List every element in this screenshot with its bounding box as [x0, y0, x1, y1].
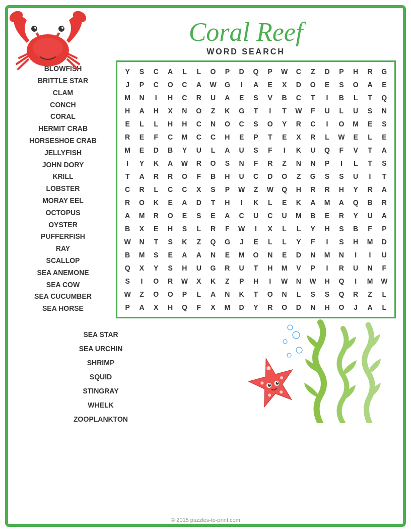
grid-cell: R [363, 183, 377, 196]
grid-cell: I [263, 104, 277, 117]
grid-cell: E [220, 248, 234, 261]
word-list-bottom: SEA STARSEA URCHINSHRIMPSQUIDSTINGRAYWHE… [15, 322, 156, 426]
grid-cell: H [249, 275, 263, 288]
grid-cell: A [377, 209, 391, 222]
word-list-item: JOHN DORY [42, 159, 84, 171]
grid-cell: A [134, 170, 149, 183]
grid-cell: P [306, 261, 320, 275]
grid-cell: M [363, 235, 377, 248]
grid-cell: L [192, 65, 206, 78]
grid-cell: E [120, 117, 134, 130]
svg-point-6 [31, 26, 37, 32]
grid-cell: O [249, 248, 263, 261]
grid-cell: O [192, 104, 206, 117]
grid-cell: H [120, 104, 134, 117]
grid-cell: X [134, 261, 149, 275]
grid-cell: E [163, 248, 177, 261]
grid-cell: D [292, 248, 306, 261]
grid-cell: O [349, 78, 363, 91]
grid-cell: H [163, 91, 177, 104]
grid-cell: I [263, 275, 277, 288]
word-list-item: SQUID [45, 370, 156, 384]
word-list-item: OYSTER [48, 219, 78, 231]
grid-cell: R [292, 117, 306, 130]
grid-cell: I [320, 235, 334, 248]
grid-cell: A [177, 196, 191, 209]
grid-cell: G [235, 104, 249, 117]
grid-cell: E [363, 117, 377, 130]
grid-cell: M [363, 275, 377, 288]
grid-cell: T [149, 235, 163, 248]
svg-point-1 [33, 38, 63, 58]
grid-cell: Y [177, 144, 191, 157]
grid-cell: T [206, 196, 220, 209]
grid-cell: W [334, 130, 349, 144]
grid-cell: C [235, 117, 249, 130]
grid-cell: A [377, 183, 391, 196]
grid-cell: D [292, 78, 306, 91]
grid-cell: I [120, 157, 134, 170]
grid-cell: D [377, 235, 391, 248]
grid-cell: Z [206, 104, 220, 117]
grid-cell: C [149, 65, 163, 78]
grid-cell: M [320, 248, 334, 261]
grid-cell: E [235, 91, 249, 104]
word-list-item: CLAM [53, 87, 73, 99]
grid-cell: K [220, 104, 234, 117]
grid-cell: N [134, 91, 149, 104]
grid-cell: B [163, 144, 177, 157]
grid-cell: N [363, 261, 377, 275]
grid-cell: W [263, 183, 277, 196]
svg-point-20 [283, 340, 287, 344]
grid-cell: N [235, 157, 249, 170]
word-list-item: LOBSTER [46, 183, 80, 195]
grid-cell: E [206, 209, 220, 222]
grid-cell: B [120, 222, 134, 235]
page-subtitle: WORD SEARCH [91, 47, 401, 56]
grid-cell: L [363, 130, 377, 144]
grid-cell: D [192, 196, 206, 209]
grid-cell: K [292, 196, 306, 209]
grid-cell: D [292, 301, 306, 314]
word-list-item: SEA COW [46, 279, 80, 291]
grid-cell: O [306, 78, 320, 91]
grid-cell: N [334, 248, 349, 261]
grid-cell: Z [249, 183, 263, 196]
grid-cell: F [334, 144, 349, 157]
grid-cell: R [306, 183, 320, 196]
grid-cell: Z [306, 65, 320, 78]
grid-cell: N [277, 288, 291, 301]
grid-cell: W [277, 275, 291, 288]
grid-cell: Z [292, 170, 306, 183]
grid-cell: S [163, 235, 177, 248]
grid-cell: O [149, 288, 163, 301]
grid-cell: T [120, 170, 134, 183]
grid-cell: L [134, 117, 149, 130]
grid-cell: E [163, 196, 177, 209]
grid-cell: E [349, 130, 363, 144]
grid-cell: S [134, 65, 149, 78]
grid-cell: M [235, 248, 249, 261]
grid-cell: C [177, 91, 191, 104]
svg-point-18 [288, 325, 293, 330]
word-list-item: OCTOPUS [46, 207, 81, 219]
grid-cell: T [363, 157, 377, 170]
grid-cell: W [177, 275, 191, 288]
grid-cell: S [334, 235, 349, 248]
word-list-item: WHELK [45, 398, 156, 412]
grid-cell: S [149, 248, 163, 261]
grid-cell: A [163, 157, 177, 170]
grid-cell: V [292, 261, 306, 275]
grid-cell: F [377, 261, 391, 275]
grid-cell: L [206, 144, 220, 157]
grid-cell: R [377, 196, 391, 209]
grid-cell: P [220, 183, 234, 196]
grid-cell: X [263, 222, 277, 235]
word-list-item: SEA STAR [45, 327, 156, 342]
grid-cell: M [134, 248, 149, 261]
svg-marker-23 [244, 353, 300, 409]
grid-cell: N [292, 157, 306, 170]
grid-cell: N [263, 248, 277, 261]
grid-cell: K [292, 144, 306, 157]
grid-cell: Y [277, 117, 291, 130]
